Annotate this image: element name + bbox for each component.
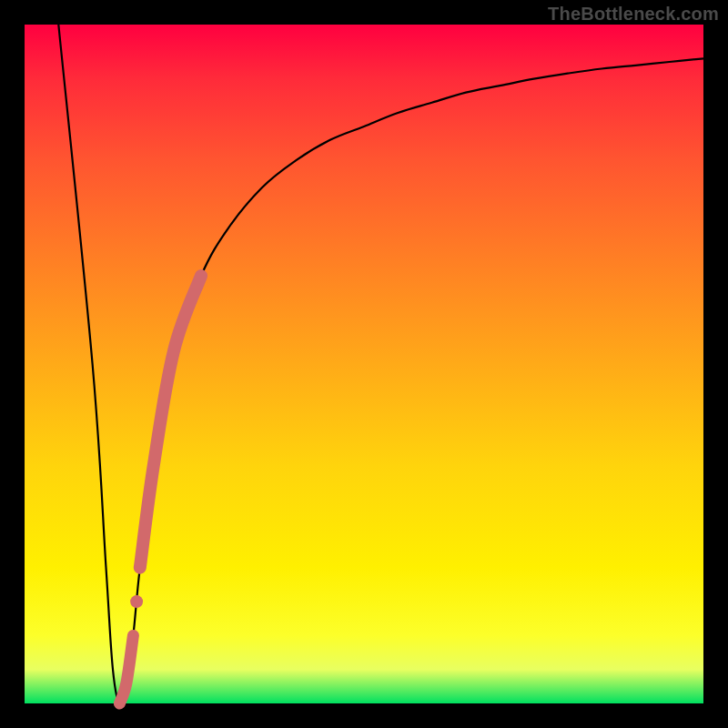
watermark-text: TheBottleneck.com	[548, 4, 719, 25]
highlight-segment-lower	[119, 635, 133, 703]
chart-plot-area	[25, 25, 703, 703]
highlight-dot-gap	[130, 595, 143, 608]
chart-svg	[25, 25, 703, 703]
chart-frame: TheBottleneck.com	[0, 0, 728, 728]
highlight-segment-upper	[140, 276, 201, 568]
bottleneck-curve	[58, 25, 703, 703]
